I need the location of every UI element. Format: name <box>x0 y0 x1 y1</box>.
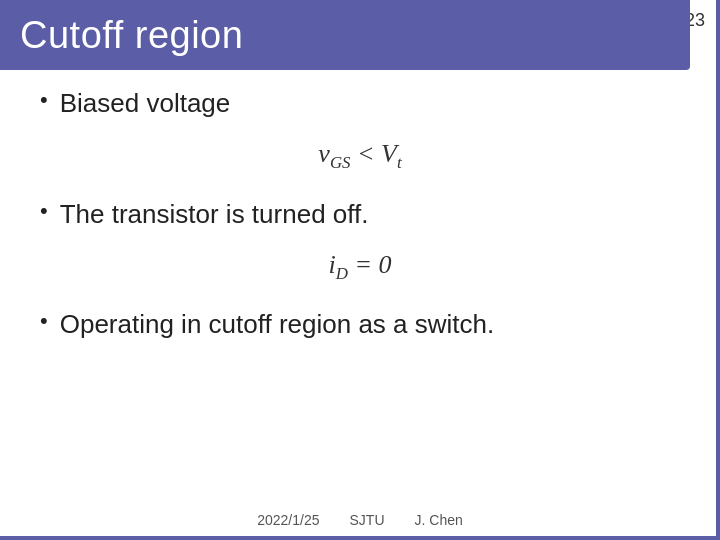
header-bar: Cutoff region <box>0 0 690 70</box>
bullet-item-3: • Operating in cutoff region as a switch… <box>40 306 680 342</box>
footer-author: J. Chen <box>415 512 463 528</box>
bullet-dot-3: • <box>40 306 48 337</box>
content-area: • Biased voltage vGS < Vt • The transist… <box>40 85 680 480</box>
formula-2: iD = 0 <box>329 250 392 279</box>
bullet-dot-2: • <box>40 196 48 227</box>
formula-2-container: iD = 0 <box>40 250 680 284</box>
bullet-item-2: • The transistor is turned off. <box>40 196 680 232</box>
formula-1-container: vGS < Vt <box>40 139 680 173</box>
bullet-text-3: Operating in cutoff region as a switch. <box>60 306 495 342</box>
slide: 23 Cutoff region • Biased voltage vGS < … <box>0 0 720 540</box>
right-border <box>716 0 720 540</box>
formula-1: vGS < Vt <box>318 139 401 168</box>
footer: 2022/1/25 SJTU J. Chen <box>0 512 720 528</box>
bullet-text-2: The transistor is turned off. <box>60 196 369 232</box>
slide-title: Cutoff region <box>20 14 243 57</box>
footer-date: 2022/1/25 <box>257 512 319 528</box>
bullet-dot-1: • <box>40 85 48 116</box>
bottom-border <box>0 536 720 540</box>
bullet-text-1: Biased voltage <box>60 85 231 121</box>
footer-institution: SJTU <box>350 512 385 528</box>
bullet-item-1: • Biased voltage <box>40 85 680 121</box>
